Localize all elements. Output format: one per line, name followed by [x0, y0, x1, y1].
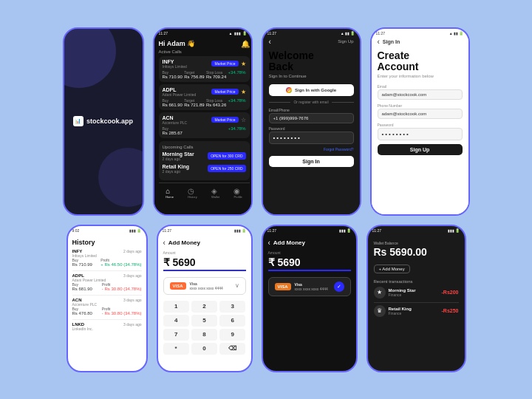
signup-link[interactable]: Sign Up	[338, 39, 353, 44]
hist-item-infy[interactable]: INFY Infosys Limited 2 days ago BuyRs 71…	[72, 249, 142, 267]
status-icons: ▲▮▮▮🔋	[229, 31, 247, 35]
back-icon-addmoney[interactable]: ‹	[163, 239, 166, 247]
back-icon-addmoney-dark[interactable]: ‹	[268, 239, 270, 247]
phone-label-create: Phone Number	[378, 103, 463, 108]
brand-icon: 📊	[73, 116, 83, 126]
notification-icon[interactable]: 🔔	[241, 40, 250, 48]
email-input-create[interactable]: adam@stockcook.com	[378, 89, 463, 100]
create-phone: 11:27 ▲ ▮▮ 🔋 ‹ Sign In CreateAccount Ent…	[370, 27, 470, 216]
google-signin-btn[interactable]: G Sign In with Google	[269, 84, 354, 96]
visa-logo-dark: VISA	[275, 283, 291, 290]
upcoming-section: Upcoming Calls Morning Star 2 days ago O…	[159, 141, 250, 180]
numpad-5[interactable]: 5	[191, 315, 217, 327]
morning-star-amount: -Rs200	[442, 290, 459, 295]
add-money-button[interactable]: + Add Money	[374, 265, 410, 273]
create-subtitle: Enter your information below	[378, 74, 463, 78]
amount-input-light[interactable]: ₹ 5690	[163, 256, 246, 271]
hist-item-acn[interactable]: ACN Accenture PLC 3 days ago BuyRs 476.8…	[72, 298, 142, 316]
recent-title: Recent transactions	[374, 279, 459, 284]
welcome-phone: 11:27 ▲ ▮▮ 🔋 ‹ Sign Up WelcomeBack Sign …	[262, 27, 361, 216]
divider-text: Or register with email	[293, 100, 328, 104]
signup-button[interactable]: Sign Up	[378, 144, 463, 155]
recent-retail-king[interactable]: ♛ Retail King Finance -Rs250	[374, 305, 459, 317]
history-phone: 9:02 ▮▮▮ 🔋 History INFY Infosys Limited …	[66, 225, 148, 372]
upcoming-retail-king[interactable]: Retail King 2 days ago OPEN for 250 CRD	[163, 164, 246, 174]
password-input-welcome[interactable]: ••••••••	[269, 132, 354, 144]
phone-field-create: Phone Number adam@stockcook.com	[378, 103, 463, 119]
email-label-welcome: Email/Phone	[269, 108, 354, 112]
status-bar: 11:27 ▲▮▮▮🔋	[154, 29, 251, 38]
numpad-6[interactable]: 6	[219, 315, 245, 327]
addmoney-header: ‹ Add Money	[163, 239, 246, 247]
password-label-welcome: Password	[269, 126, 354, 131]
top-row: 📊 stockcook.app 11:27 ▲▮▮▮🔋 Hi Adam 👋 🔔 …	[63, 27, 470, 216]
empty-star-acn: ☆	[241, 117, 246, 123]
numpad-0[interactable]: 0	[191, 343, 217, 355]
market-badge-adpl: Market Price	[211, 89, 238, 95]
signin-button[interactable]: Sign In	[269, 156, 354, 167]
numpad: 1 2 3 4 5 6 7 8 9 * 0 ⌫	[163, 301, 246, 355]
upcoming-title: Upcoming Calls	[163, 145, 246, 149]
status-icons-create: ▲ ▮▮ 🔋	[449, 31, 464, 35]
hist-item-adpl[interactable]: ADPL Adani Power Limited 3 days ago BuyR…	[72, 273, 142, 291]
stock-card-adpl[interactable]: ADPL Adani Power Limited Market Price ★ …	[159, 84, 250, 110]
stock-name-infy: INFY	[163, 59, 187, 64]
visa-card-dark[interactable]: VISA Visa xxxx xxxx xxxx 4444 ✓	[268, 277, 351, 296]
stock-card-infy[interactable]: INFY Infosys Limited Market Price ★ BuyR…	[159, 56, 250, 82]
back-icon-welcome[interactable]: ‹	[269, 38, 271, 46]
brand-logo: 📊 stockcook.app	[73, 116, 133, 126]
bottom-nav: ⌂Home ◷History ◈Wallet ◉Profile	[159, 183, 250, 201]
hist-item-lnkd[interactable]: LNKD LinkedIn Inc. 3 days ago	[72, 322, 142, 331]
addmoney-dark-title: Add Money	[273, 239, 305, 246]
status-bar-addmoney: 11:27 ▮▮▮ 🔋	[158, 226, 251, 235]
google-icon: G	[286, 87, 292, 93]
time-create: 11:27	[376, 31, 386, 35]
email-input-welcome[interactable]: +1 (999)999-7676	[269, 113, 354, 123]
addmoney-light-inner: ‹ Add Money Amount ₹ 5690 VISA Visa xxxx…	[158, 235, 251, 358]
stock-card-acn[interactable]: ACN Accenture PLC Market Price ☆ BuyRs 2…	[159, 112, 250, 138]
divider: Or register with email	[269, 100, 354, 104]
amount-input-dark[interactable]: ₹ 5690	[268, 256, 351, 271]
forgot-password-link[interactable]: Forgot Password?	[269, 147, 354, 151]
numpad-backspace[interactable]: ⌫	[219, 343, 245, 355]
history-inner: History INFY Infosys Limited 2 days ago …	[68, 235, 146, 338]
brand-phone: 📊 stockcook.app	[63, 27, 144, 216]
numpad-9[interactable]: 9	[219, 329, 245, 341]
wallet-balance-label: Wallet Balance	[374, 241, 459, 245]
numpad-7[interactable]: 7	[163, 329, 189, 341]
open-morning-star-btn[interactable]: OPEN for 300 CRD	[208, 152, 245, 160]
phone-input-create[interactable]: adam@stockcook.com	[378, 109, 463, 119]
visa-logo-light: VISA	[170, 282, 186, 290]
addmoney-dark-inner: ‹ Add Money Amount ₹ 5690 VISA Visa xxxx…	[263, 235, 356, 304]
numpad-3[interactable]: 3	[219, 301, 245, 313]
time: 11:27	[159, 31, 168, 35]
nav-wallet[interactable]: ◈Wallet	[211, 187, 219, 199]
retail-king-amount: -Rs250	[442, 308, 459, 313]
visa-card-light[interactable]: VISA Visa xxxx xxxx xxxx 4444 ∨	[163, 277, 246, 295]
back-icon-create[interactable]: ‹	[378, 38, 380, 46]
nav-home[interactable]: ⌂Home	[166, 187, 174, 199]
upcoming-morning-star[interactable]: Morning Star 2 days ago OPEN for 300 CRD	[163, 151, 246, 161]
star-icon-adpl: ★	[241, 89, 246, 95]
email-label-create: Email	[378, 84, 463, 89]
google-btn-label: Sign In with Google	[295, 88, 336, 92]
stock-name-acn: ACN	[163, 115, 188, 120]
greeting: Hi Adam 👋	[159, 40, 196, 47]
market-badge-acn: Market Price	[211, 117, 238, 123]
market-price-badge: Market Price	[211, 61, 238, 66]
recent-morning-star[interactable]: ★ Morning Star Finance -Rs200	[374, 287, 459, 299]
numpad-2[interactable]: 2	[191, 301, 217, 313]
numpad-4[interactable]: 4	[163, 315, 189, 327]
numpad-8[interactable]: 8	[191, 329, 217, 341]
visa-check-icon: ✓	[334, 282, 344, 292]
numpad-star[interactable]: *	[163, 343, 189, 355]
password-input-create[interactable]: ••••••••	[378, 128, 463, 140]
nav-history[interactable]: ◷History	[188, 187, 197, 199]
wallet-balance-value: Rs 5690.00	[374, 246, 459, 258]
nav-profile[interactable]: ◉Profile	[233, 187, 242, 199]
star-icon-infy: ★	[241, 61, 246, 67]
status-bar-addmoney-dark: 11:27 ▮▮▮ 🔋	[263, 226, 356, 235]
password-field-welcome: Password ••••••••	[269, 126, 354, 144]
numpad-1[interactable]: 1	[163, 301, 189, 313]
open-retail-king-btn[interactable]: OPEN for 250 CRD	[208, 165, 245, 172]
